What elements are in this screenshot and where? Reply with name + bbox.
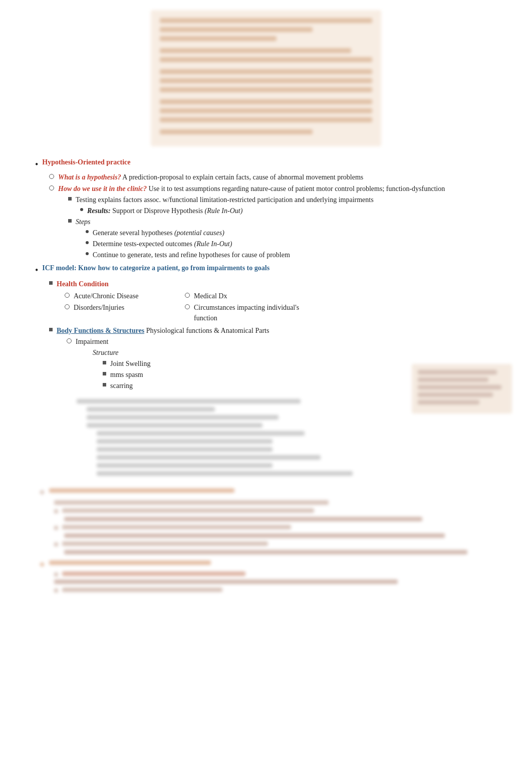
lower-left-blurred	[57, 394, 397, 479]
blurred-bottom	[35, 488, 512, 593]
steps-label: Steps	[76, 218, 91, 226]
steps-content: Steps Generate several hypotheses (poten…	[76, 217, 290, 261]
results-label: Results:	[87, 207, 111, 215]
hypothesis-q1-italic: What is a hypothesis?	[58, 173, 121, 181]
joint-swelling-item: Joint Swelling	[103, 358, 151, 369]
circle-bullet-hc1	[65, 293, 70, 298]
hc-acute: Acute/Chronic Disease	[74, 291, 138, 301]
step1: Generate several hypotheses (potential c…	[86, 228, 290, 238]
blurred-lower-content	[57, 399, 397, 476]
lower-area	[57, 394, 512, 479]
hypothesis-q2-text: Use it to test assumptions regarding nat…	[147, 185, 445, 192]
scarring-item: scarring	[103, 380, 151, 391]
circle-bullet-hc3	[185, 293, 190, 298]
hc-disorders: Disorders/Injuries	[74, 302, 124, 313]
hypothesis-sublist: What is a hypothesis? A prediction-propo…	[35, 172, 512, 261]
step3: Continue to generate, tests and refine h…	[86, 250, 290, 260]
blurred-top-image	[151, 10, 381, 146]
hc-col1-item1: Acute/Chronic Disease	[65, 291, 175, 301]
hc-medical: Medical Dx	[194, 291, 227, 301]
hypothesis-q2-italic: How do we use it in the clinic?	[58, 185, 147, 192]
step2: Determine tests-expected outcomes (Rule …	[86, 239, 290, 249]
circle-bullet-q1	[49, 174, 54, 179]
sq-bullet-mms	[103, 372, 106, 375]
icf-header: ICF model: Know how to categorize a pati…	[42, 264, 270, 272]
hypothesis-q1-content: What is a hypothesis? A prediction-propo…	[58, 172, 363, 182]
hypothesis-testing: Testing explains factors assoc. w/functi…	[68, 194, 445, 205]
structure-item: Structure Joint Swelling	[86, 347, 151, 392]
small-bullet-step2	[86, 241, 89, 244]
body-functions-content: Body Functions & Structures Physiologica…	[57, 325, 512, 479]
hc-circumstances: Circumstances impacting individual's fun…	[194, 302, 299, 323]
icf-sublist: Health Condition Acute/Chronic Disease M…	[35, 279, 512, 479]
results-item: Results: Support or Disprove Hypothesis …	[80, 206, 445, 216]
body-functions-text: Physiological functions & Anatomical Par…	[144, 327, 269, 334]
results-rule: (Rule In-Out)	[205, 207, 243, 215]
circle-bullet-q2	[49, 185, 54, 190]
sq-bullet-steps	[68, 219, 72, 223]
mms-spasm-text: mms spasm	[110, 369, 143, 380]
results-list: Results: Support or Disprove Hypothesis …	[58, 206, 445, 216]
small-bullet-results	[80, 208, 83, 211]
sq-bullet-health	[49, 281, 53, 285]
sq-bullet-testing	[68, 197, 72, 201]
health-condition-content: Health Condition Acute/Chronic Disease M…	[57, 279, 512, 323]
hc-col2-item1: Medical Dx	[185, 291, 512, 301]
mms-spasm-item: mms spasm	[103, 369, 151, 380]
sq-bullet-scarring	[103, 383, 106, 386]
step1-text: Generate several hypotheses (potential c…	[93, 228, 224, 238]
hypothesis-q2-content: How do we use it in the clinic? Use it t…	[58, 183, 445, 261]
hypothesis-q1-text: A prediction-proposal to explain certain…	[121, 173, 364, 181]
hypothesis-q2-sublist: Testing explains factors assoc. w/functi…	[58, 194, 445, 205]
hypothesis-q2: How do we use it in the clinic? Use it t…	[49, 183, 512, 261]
results-text: Results: Support or Disprove Hypothesis …	[87, 206, 242, 216]
bullet-icf: •	[35, 264, 38, 277]
sq-bullet-body	[49, 328, 53, 331]
hypothesis-testing-text: Testing explains factors assoc. w/functi…	[76, 194, 374, 205]
body-functions-item: Body Functions & Structures Physiologica…	[49, 325, 512, 479]
structure-sublist: Joint Swelling mms spasm	[93, 358, 151, 391]
health-condition-item: Health Condition Acute/Chronic Disease M…	[49, 279, 512, 323]
hypothesis-section: • Hypothesis-Oriented practice What is a…	[35, 158, 512, 261]
hypothesis-header: Hypothesis-Oriented practice	[42, 158, 130, 166]
hc-col1-item2: Disorders/Injuries	[65, 302, 175, 323]
small-bullet-step1	[86, 230, 89, 233]
circle-bullet-hc4	[185, 304, 190, 309]
steps-list: Steps Generate several hypotheses (poten…	[58, 217, 445, 261]
sq-bullet-joint	[103, 361, 106, 364]
health-condition-header: Health Condition	[57, 280, 109, 288]
circle-bullet-hc2	[65, 304, 70, 309]
bullet-hypothesis: •	[35, 158, 38, 171]
step2-text: Determine tests-expected outcomes (Rule …	[93, 239, 232, 249]
joint-swelling-text: Joint Swelling	[110, 358, 151, 369]
steps-item: Steps Generate several hypotheses (poten…	[68, 217, 445, 261]
impairment-label: Impairment	[76, 338, 108, 345]
structure-list: Structure Joint Swelling	[76, 347, 151, 392]
structure-label: Structure	[93, 349, 119, 356]
step3-text: Continue to generate, tests and refine h…	[93, 250, 290, 260]
impairment-content: Impairment Structure	[76, 336, 151, 392]
steps-sublist: Generate several hypotheses (potential c…	[76, 228, 290, 260]
structure-content: Structure Joint Swelling	[93, 347, 151, 392]
scarring-text: scarring	[110, 380, 133, 391]
circle-bullet-impairment	[67, 338, 72, 343]
small-bullet-step3	[86, 252, 89, 255]
right-blurred-image	[412, 364, 512, 479]
main-content: • Hypothesis-Oriented practice What is a…	[20, 158, 512, 593]
icf-section: • ICF model: Know how to categorize a pa…	[35, 264, 512, 593]
hc-col2-item2: Circumstances impacting individual's fun…	[185, 302, 512, 323]
body-functions-label: Body Functions & Structures	[57, 327, 144, 334]
hypothesis-q1: What is a hypothesis? A prediction-propo…	[49, 172, 512, 182]
results-body: Support or Disprove Hypothesis	[111, 207, 205, 215]
health-condition-columns: Acute/Chronic Disease Medical Dx Disorde…	[57, 291, 512, 323]
